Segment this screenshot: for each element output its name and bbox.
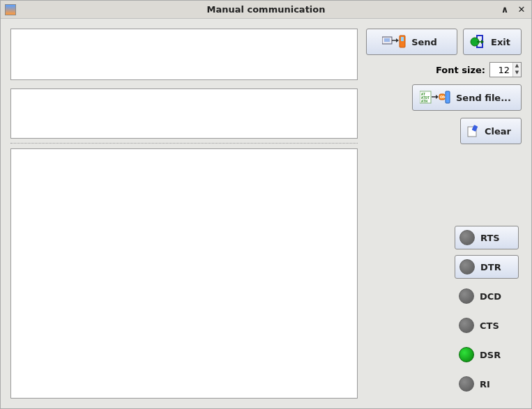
pin-dsr: DSR (455, 343, 519, 366)
log-text[interactable] (11, 149, 357, 398)
pin-rts-lamp (459, 230, 475, 245)
svg-rect-12 (446, 91, 450, 103)
send-input-panel (10, 29, 358, 80)
window-title: Manual communication (1, 4, 531, 15)
app-icon (5, 4, 16, 15)
spinner-up[interactable]: ▲ (513, 63, 521, 70)
svg-text:ATH: ATH (421, 99, 427, 103)
pin-dcd-label: DCD (480, 291, 501, 302)
pin-dcd: DCD (455, 284, 519, 308)
svg-rect-3 (401, 37, 404, 41)
font-size-row: Font size: ▲ ▼ (366, 62, 522, 77)
spinner-down[interactable]: ▼ (513, 70, 521, 77)
right-column: Send Exit Font size: ▲ (366, 29, 522, 399)
pin-rts-label: RTS (480, 233, 500, 243)
pin-ri: RI (455, 372, 519, 396)
clear-button-label: Clear (485, 126, 511, 137)
pin-cts-lamp (459, 318, 474, 333)
svg-rect-1 (384, 38, 390, 42)
pin-dsr-label: DSR (480, 350, 501, 360)
send-file-row: AT ATDT ATH ON Send file... (366, 84, 522, 111)
window-controls: ∧ ✕ (499, 4, 527, 15)
green-circle-exit-icon (470, 35, 485, 49)
pin-dcd-lamp (459, 288, 474, 304)
serial-pins: RTSDTRDCDCTSDSRRI (366, 226, 522, 399)
eraser-icon (466, 125, 479, 137)
pin-dtr-lamp (459, 259, 475, 275)
computer-to-phone-icon (382, 35, 406, 49)
send-file-button[interactable]: AT ATDT ATH ON Send file... (412, 84, 522, 111)
font-size-input[interactable] (490, 63, 512, 77)
exit-button-label: Exit (491, 37, 510, 47)
pin-ri-label: RI (480, 379, 490, 389)
send-button[interactable]: Send (366, 29, 457, 55)
pin-ri-lamp (459, 376, 474, 392)
middle-text[interactable] (11, 89, 357, 138)
send-button-label: Send (411, 37, 437, 47)
pin-cts-label: CTS (480, 321, 499, 331)
titlebar: Manual communication ∧ ✕ (1, 1, 531, 19)
close-button[interactable]: ✕ (516, 4, 527, 15)
minimize-button[interactable]: ∧ (499, 4, 510, 15)
pin-dtr-label: DTR (480, 262, 501, 272)
left-column (10, 29, 358, 399)
spinner-arrows: ▲ ▼ (512, 63, 521, 77)
top-button-row: Send Exit (366, 29, 522, 55)
send-input[interactable] (11, 29, 357, 79)
pin-dtr[interactable]: DTR (455, 255, 519, 279)
pin-dsr-lamp (459, 347, 474, 362)
send-file-button-label: Send file... (456, 93, 511, 103)
exit-button[interactable]: Exit (463, 29, 522, 55)
pin-cts: CTS (455, 314, 519, 337)
clear-row: Clear (366, 118, 522, 144)
log-panel (10, 148, 358, 399)
at-script-to-phone-icon: AT ATDT ATH ON (420, 91, 450, 105)
pin-rts[interactable]: RTS (455, 226, 519, 249)
clear-button[interactable]: Clear (460, 118, 522, 144)
font-size-label: Font size: (436, 65, 485, 75)
middle-text-panel (10, 88, 358, 139)
content-area: Send Exit Font size: ▲ (1, 19, 531, 408)
splitter[interactable] (10, 143, 358, 144)
font-size-spinner[interactable]: ▲ ▼ (489, 62, 522, 77)
svg-text:ON: ON (440, 95, 446, 99)
